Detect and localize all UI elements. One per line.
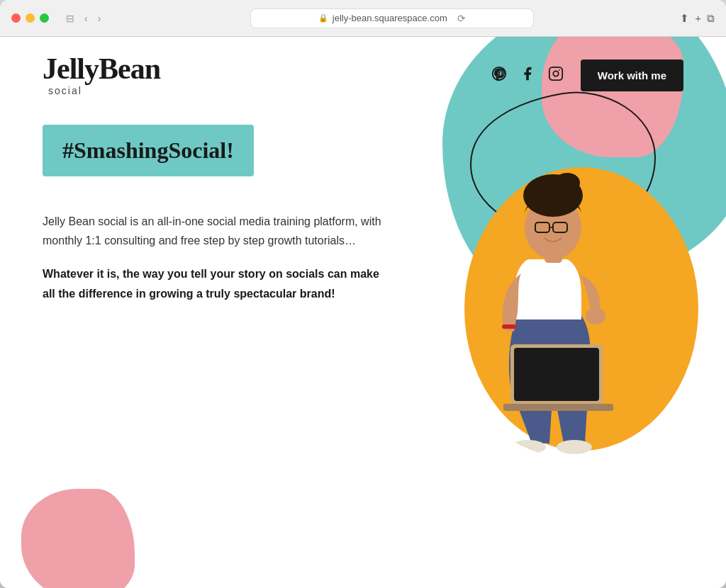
svg-point-2 <box>559 69 560 71</box>
minimize-button[interactable] <box>26 13 35 23</box>
person-illustration <box>440 132 702 458</box>
svg-point-11 <box>586 307 605 324</box>
svg-rect-14 <box>503 404 613 411</box>
back-button[interactable]: ‹ <box>82 11 91 26</box>
address-bar[interactable]: 🔒 jelly-bean.squarespace.com ⟳ <box>250 9 534 28</box>
svg-rect-0 <box>549 67 562 79</box>
nav-area: Work with me <box>491 60 683 91</box>
traffic-lights <box>11 13 49 23</box>
logo-sub: social <box>48 85 82 96</box>
left-content: #SmashingSocial! Jelly Bean social is an… <box>43 125 383 303</box>
svg-rect-13 <box>514 348 599 401</box>
work-with-me-button[interactable]: Work with me <box>581 60 683 91</box>
share-button[interactable]: ⬆ <box>680 12 689 25</box>
hashtag-banner: #SmashingSocial! <box>43 125 254 176</box>
window-controls-icon[interactable]: ⊟ <box>63 11 77 26</box>
main-content: #SmashingSocial! Jelly Bean social is an… <box>0 96 726 303</box>
forward-button[interactable]: › <box>95 11 104 26</box>
reload-icon[interactable]: ⟳ <box>457 13 466 24</box>
body-text-1: Jelly Bean social is an all-in-one socia… <box>43 212 383 250</box>
pinterest-icon[interactable] <box>491 66 507 85</box>
svg-rect-17 <box>502 324 516 329</box>
logo: JellyBean social <box>43 54 160 96</box>
logo-script: JellyBean <box>43 54 160 84</box>
header: JellyBean social <box>0 37 726 96</box>
close-button[interactable] <box>11 13 21 23</box>
browser-window: ⊟ ‹ › 🔒 jelly-bean.squarespace.com ⟳ ⬆ +… <box>0 0 726 588</box>
lock-icon: 🔒 <box>318 13 328 23</box>
right-content <box>411 125 681 303</box>
browser-actions: ⬆ + ⧉ <box>680 12 715 25</box>
svg-point-7 <box>554 173 580 193</box>
svg-point-16 <box>557 440 592 454</box>
body-text-bold: Whatever it is, the way you tell your st… <box>43 264 383 303</box>
windows-button[interactable]: ⧉ <box>707 12 715 25</box>
hashtag-text: #SmashingSocial! <box>62 137 234 163</box>
browser-controls: ⊟ ‹ › <box>63 11 104 26</box>
svg-point-1 <box>553 71 558 76</box>
maximize-button[interactable] <box>40 13 49 23</box>
instagram-icon[interactable] <box>548 66 564 85</box>
browser-chrome: ⊟ ‹ › 🔒 jelly-bean.squarespace.com ⟳ ⬆ +… <box>0 0 726 37</box>
facebook-icon[interactable] <box>520 66 535 85</box>
page-content: JellyBean social <box>0 37 726 588</box>
url-text: jelly-bean.squarespace.com <box>333 13 447 23</box>
social-icons <box>491 66 564 85</box>
new-tab-button[interactable]: + <box>695 12 701 25</box>
pink-blob-bottom-decoration <box>21 489 135 588</box>
